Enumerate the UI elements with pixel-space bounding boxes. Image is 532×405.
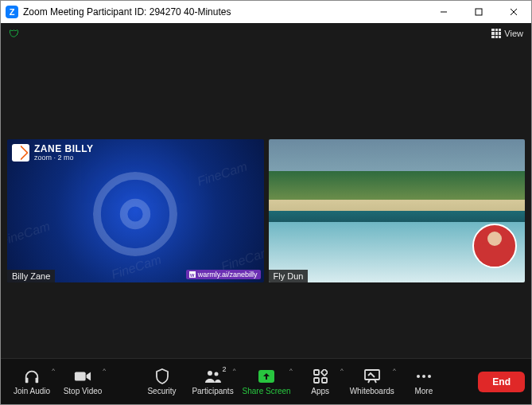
avatar-body <box>479 243 511 267</box>
overlay-sub: zoom · 2 mo <box>34 154 94 162</box>
video-icon <box>74 368 91 384</box>
chevron-up-icon[interactable]: ^ <box>340 367 344 374</box>
toolbar-label: Join Audio <box>14 387 50 395</box>
video-tile[interactable]: Fly Dun <box>269 139 526 282</box>
stop-video-button[interactable]: ^ Stop Video <box>58 362 107 402</box>
encryption-shield-icon[interactable]: 🛡 <box>9 28 19 40</box>
participants-button[interactable]: ^ 2 Participants <box>188 362 238 402</box>
watermark-text: FineCam <box>195 159 248 189</box>
profile-overlay: ZANE BILLY zoom · 2 mo <box>12 144 94 162</box>
chevron-up-icon[interactable]: ^ <box>393 367 396 374</box>
app-window: Z Zoom Meeting Participant ID: 294270 40… <box>0 0 532 405</box>
participant-name-tag: Billy Zane <box>7 270 55 282</box>
watermark-text: FineCam <box>7 219 52 248</box>
svg-rect-13 <box>314 378 319 383</box>
meeting-toolbar: ^ Join Audio ^ Stop Video Security ^ 2 <box>1 358 531 404</box>
toolbar-label: Whiteboards <box>350 387 394 395</box>
svg-rect-11 <box>314 370 319 375</box>
participant-name-tag: Fly Dun <box>269 270 309 282</box>
zoom-logo-icon: Z <box>6 6 18 18</box>
toolbar-label: Share Screen <box>243 387 291 395</box>
svg-point-9 <box>214 372 218 376</box>
apps-button[interactable]: ^ Apps <box>296 362 345 402</box>
shield-icon <box>155 368 169 384</box>
maximize-button[interactable] <box>461 1 496 23</box>
toolbar-label: Security <box>147 387 176 395</box>
more-button[interactable]: More <box>399 362 449 402</box>
share-screen-button[interactable]: ^ Share Screen <box>239 362 294 402</box>
video-stage: FineCam FineCam FineCam FineCam ZANE BIL… <box>1 44 531 358</box>
toolbar-label: Participants <box>192 387 233 395</box>
svg-point-20 <box>428 375 431 378</box>
svg-rect-6 <box>36 377 39 382</box>
video-tiles: FineCam FineCam FineCam FineCam ZANE BIL… <box>1 139 531 282</box>
join-audio-button[interactable]: ^ Join Audio <box>7 362 56 402</box>
view-label: View <box>504 29 523 38</box>
overlay-name: ZANE BILLY <box>34 144 94 154</box>
participants-count: 2 <box>223 365 227 373</box>
svg-rect-14 <box>322 378 327 383</box>
warmly-icon: w <box>189 271 196 278</box>
titlebar: Z Zoom Meeting Participant ID: 294270 40… <box>1 1 531 23</box>
chevron-up-icon[interactable]: ^ <box>52 367 55 374</box>
chevron-up-icon[interactable]: ^ <box>233 367 236 374</box>
warmly-badge[interactable]: w warmly.ai/zanebilly <box>186 270 261 279</box>
svg-rect-12 <box>320 369 327 376</box>
apps-icon <box>313 368 328 384</box>
self-view-pip[interactable] <box>472 224 517 268</box>
headphones-icon <box>23 368 41 384</box>
svg-rect-1 <box>476 9 482 15</box>
svg-point-4 <box>124 202 147 225</box>
svg-rect-7 <box>75 372 86 380</box>
svg-point-8 <box>208 371 212 376</box>
chevron-up-icon[interactable]: ^ <box>103 367 106 374</box>
svg-point-19 <box>422 375 425 378</box>
grid-icon <box>491 29 501 38</box>
video-tile[interactable]: FineCam FineCam FineCam FineCam ZANE BIL… <box>7 139 264 282</box>
share-screen-icon <box>258 368 275 384</box>
toolbar-label: Apps <box>311 387 329 395</box>
whiteboards-button[interactable]: ^ Whiteboards <box>347 362 398 402</box>
minimize-button[interactable] <box>426 1 461 23</box>
toolbar-label: Stop Video <box>64 387 103 395</box>
avatar-head <box>487 232 502 246</box>
toolbar-label: More <box>414 387 433 395</box>
whiteboard-icon <box>364 368 380 384</box>
end-button[interactable]: End <box>478 372 525 392</box>
app-badge-icon <box>12 144 29 162</box>
view-button[interactable]: View <box>491 29 523 38</box>
window-title: Zoom Meeting Participant ID: 294270 40-M… <box>23 6 231 18</box>
camera-swirl-icon <box>87 166 183 262</box>
warmly-text: warmly.ai/zanebilly <box>198 271 258 278</box>
people-icon <box>204 368 223 384</box>
more-icon <box>416 368 432 384</box>
close-button[interactable] <box>496 1 531 23</box>
security-button[interactable]: Security <box>138 362 187 402</box>
chevron-up-icon[interactable]: ^ <box>289 367 293 374</box>
meeting-top-bar: 🛡 View <box>1 23 531 44</box>
svg-point-18 <box>417 375 420 378</box>
svg-rect-5 <box>25 377 29 382</box>
